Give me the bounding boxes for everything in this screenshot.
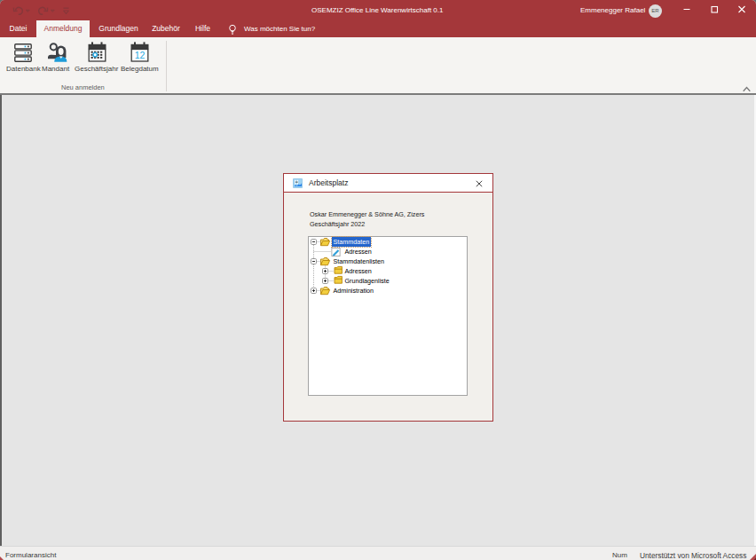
svg-text:12: 12 <box>135 50 146 60</box>
